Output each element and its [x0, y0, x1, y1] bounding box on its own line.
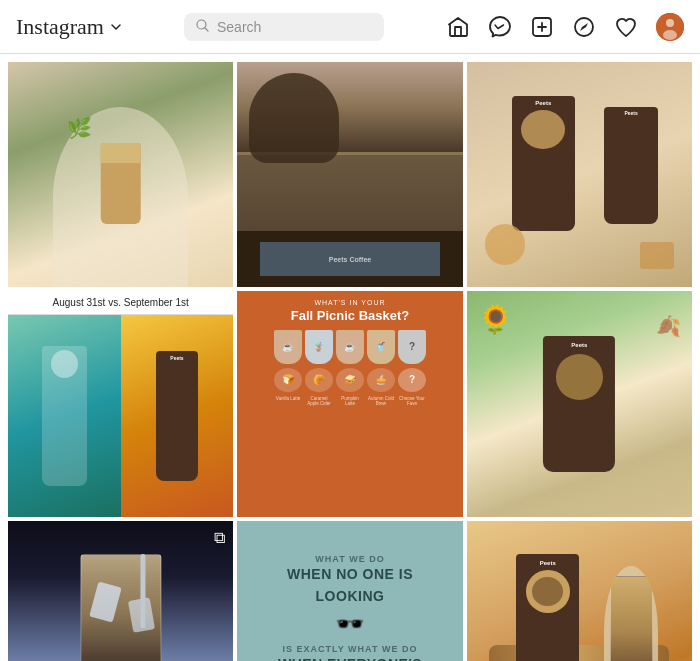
svg-point-8	[666, 19, 674, 27]
top-navigation: Instagram	[0, 0, 700, 54]
multiple-images-icon: ⧉	[214, 529, 225, 547]
svg-marker-6	[580, 23, 588, 31]
grid-item-7[interactable]: ⧉ Iced Latte with Peets Coffee	[8, 521, 233, 661]
grid-item-6[interactable]: 🌻 🍂 Peets	[467, 291, 692, 516]
photo-grid: 🌿 Peets Coffee	[8, 62, 692, 661]
basket-title: Fall Picnic Basket?	[291, 308, 410, 324]
svg-point-9	[663, 30, 677, 40]
instagram-logo[interactable]: Instagram	[16, 14, 104, 40]
explore-icon[interactable]	[572, 15, 596, 39]
header-left: Instagram	[16, 14, 122, 40]
search-icon	[196, 19, 209, 35]
quote-line-2: WHEN NO ONE IS	[287, 566, 413, 582]
home-icon[interactable]	[446, 15, 470, 39]
messenger-icon[interactable]	[488, 15, 512, 39]
grid-item-1[interactable]: 🌿	[8, 62, 233, 287]
sunglasses-icon: 🕶️	[335, 610, 365, 638]
quote-line-4: IS EXACTLY WHAT WE DO	[283, 644, 418, 654]
heart-icon[interactable]	[614, 15, 638, 39]
quote-line-5: WHEN EVERYONE'S	[278, 656, 422, 661]
grid-item-9[interactable]: Peets	[467, 521, 692, 661]
split-label: August 31st vs. September 1st	[8, 291, 233, 315]
grid-item-8[interactable]: WHAT WE DO WHEN NO ONE IS LOOKING 🕶️ IS …	[237, 521, 462, 661]
header-right	[446, 13, 684, 41]
main-content: 🌿 Peets Coffee	[0, 54, 700, 661]
quote-line-3: LOOKING	[316, 588, 385, 604]
basket-subtitle: WHAT'S IN YOUR	[314, 299, 385, 306]
search-input[interactable]	[217, 19, 372, 35]
new-post-icon[interactable]	[530, 15, 554, 39]
search-bar[interactable]	[184, 13, 384, 41]
basket-food-row: 🍞 🥐 🥪 🥧 ?	[274, 368, 426, 392]
grid-item-3[interactable]: Peets Peets	[467, 62, 692, 287]
grid-item-2[interactable]: Peets Coffee	[237, 62, 462, 287]
chevron-down-icon[interactable]	[110, 21, 122, 33]
grid-item-4[interactable]: August 31st vs. September 1st Peets	[8, 291, 233, 516]
grid-item-5[interactable]: WHAT'S IN YOUR Fall Picnic Basket? ☕ 🧋 ☕…	[237, 291, 462, 516]
svg-line-1	[205, 28, 208, 31]
avatar[interactable]	[656, 13, 684, 41]
quote-line-1: WHAT WE DO	[315, 554, 384, 564]
basket-drinks-row: ☕ 🧋 ☕ 🥤 ?	[274, 330, 426, 364]
